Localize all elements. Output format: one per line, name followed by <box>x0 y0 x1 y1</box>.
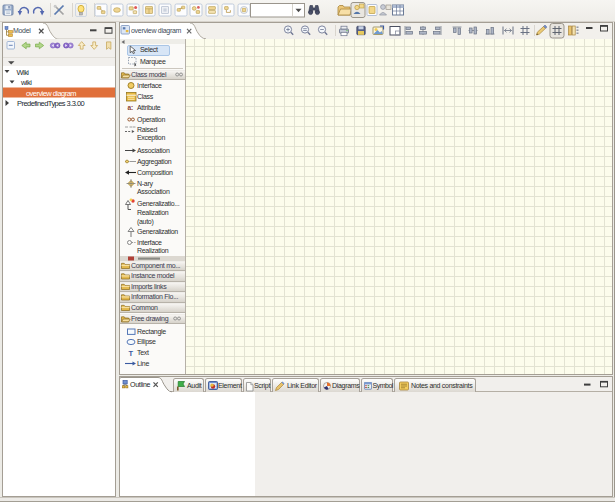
svg-text:a:: a: <box>128 104 134 111</box>
svg-text:T: T <box>129 349 134 358</box>
